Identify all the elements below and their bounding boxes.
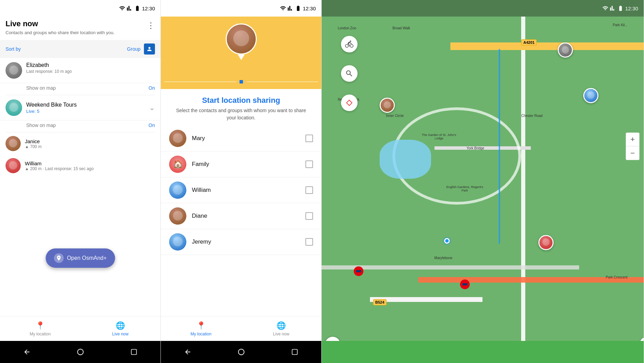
sys-nav-2	[161, 341, 321, 363]
bubble-pointer	[238, 55, 245, 60]
show-on-map-elizabeth[interactable]: Show on map On	[0, 83, 160, 95]
avatar-william2	[169, 182, 186, 199]
map-avatar-3[interactable]	[583, 88, 598, 103]
zoom-controls: + −	[626, 133, 640, 160]
group-label[interactable]: Group	[127, 46, 140, 52]
contact-janice[interactable]: Janice ▲ 700 m	[0, 133, 160, 155]
live-now-icon: 🌐	[116, 321, 125, 330]
back-btn-2[interactable]	[183, 347, 193, 357]
show-map-on-biketours[interactable]: On	[148, 122, 155, 128]
map-avatar-1[interactable]	[558, 42, 573, 58]
bottom-nav-2: 📍 My location 🌐 Live now	[161, 316, 321, 341]
map-label-chester: Chester Road	[521, 114, 543, 118]
nav-live-now[interactable]: 🌐 Live now	[80, 316, 161, 341]
back-btn-1[interactable]	[22, 347, 32, 357]
nav-live-now-2[interactable]: 🌐 Live now	[241, 316, 322, 341]
avatar-mary	[169, 130, 186, 147]
svg-point-2	[238, 349, 244, 355]
user-bubble-wrap	[226, 23, 257, 55]
map-label-park-kil: Park Kil...	[613, 23, 628, 27]
nav-my-location-label: My location	[30, 332, 51, 336]
group-biketours[interactable]: Weekend Bike Tours Live: 5 ⌄	[0, 95, 160, 120]
road-a4201	[450, 42, 644, 50]
nav-my-location[interactable]: 📍 My location	[0, 316, 80, 341]
nav-live-now-label-2: Live now	[273, 332, 289, 336]
phone3: 12:30 A4201 B524 London Zoo Regent's Par…	[322, 0, 644, 363]
progress-dot	[240, 80, 243, 84]
page-title: Live now	[6, 19, 115, 28]
sys-nav-1	[0, 341, 160, 363]
nav-my-location-2[interactable]: 📍 My location	[161, 316, 241, 341]
home-btn-2[interactable]	[236, 347, 246, 357]
recent-btn-2[interactable]	[290, 347, 300, 357]
road-b524	[370, 297, 483, 302]
osmand-label: Open OsmAnd+	[67, 255, 107, 261]
home-btn-1[interactable]	[75, 347, 86, 357]
phone2-header	[161, 17, 321, 89]
contact-meta-william: ▲ 200 m · Last response: 15 sec ago	[25, 166, 94, 171]
contact-diane[interactable]: Diane	[161, 203, 321, 229]
more-menu-icon[interactable]: ⋮	[147, 19, 155, 30]
fab-search[interactable]	[341, 65, 358, 82]
status-bar-2: 12:30	[161, 0, 321, 17]
tube-icon-2	[460, 279, 470, 289]
nav-my-location-label-2: My location	[191, 332, 212, 336]
show-map-label-elizabeth: Show on map	[26, 85, 56, 91]
avatar-diane	[169, 207, 186, 225]
checkbox-mary[interactable]	[305, 135, 313, 142]
contact-elizabeth[interactable]: Elizabeth Last response: 10 m ago	[0, 58, 160, 83]
chevron-biketours[interactable]: ⌄	[149, 104, 155, 112]
show-map-on-elizabeth[interactable]: On	[148, 85, 155, 91]
avatar-elizabeth	[6, 62, 22, 79]
map-avatar-4[interactable]	[538, 235, 554, 250]
back-icon-2	[184, 348, 192, 356]
phone2: 12:30 Start location sharing Select the …	[161, 0, 322, 363]
road-chester-v	[521, 17, 525, 341]
contact-name-william: William	[25, 160, 94, 166]
zoom-in-btn[interactable]: +	[626, 133, 640, 146]
avatar-biketours	[6, 99, 22, 116]
road-badge-a4201: A4201	[521, 39, 536, 46]
sharing-title: Start location sharing	[161, 89, 321, 107]
my-location-icon-2: 📍	[196, 321, 206, 330]
route-line	[499, 49, 500, 244]
contact-family[interactable]: 🏠 Family	[161, 151, 321, 177]
contact-william2[interactable]: William	[161, 177, 321, 203]
show-on-map-biketours[interactable]: Show on map On	[0, 120, 160, 132]
contact-mary[interactable]: Mary	[161, 126, 321, 151]
name-family: Family	[192, 161, 305, 168]
show-map-label-biketours: Show on map	[26, 122, 56, 128]
checkbox-family[interactable]	[305, 160, 313, 168]
sort-by-label[interactable]: Sort by	[6, 46, 21, 52]
map-area[interactable]: A4201 B524 London Zoo Regent's Park The …	[322, 17, 644, 341]
wifi-icon-2	[280, 5, 286, 11]
checkbox-jeremy[interactable]	[305, 238, 313, 246]
search-icon	[345, 69, 353, 78]
battery-icon-3	[617, 5, 624, 11]
map-avatar-2[interactable]	[380, 98, 395, 113]
group-icon-button[interactable]	[144, 43, 155, 55]
map-label-inner-circle: Inner Circle	[386, 114, 404, 118]
fab-diamond[interactable]	[341, 95, 358, 111]
recent-btn-1[interactable]	[129, 347, 139, 357]
map-label-york-bridge: York Bridge	[467, 146, 484, 150]
status-bar-1: 12:30	[0, 0, 160, 17]
name-diane: Diane	[192, 213, 305, 219]
my-location-icon: 📍	[36, 321, 45, 330]
wifi-icon-3	[602, 5, 608, 11]
osmand-button[interactable]: Open OsmAnd+	[46, 248, 115, 268]
status-icons-3: 12:30	[602, 5, 638, 11]
zoom-out-btn[interactable]: −	[626, 146, 640, 160]
contact-info-janice: Janice ▲ 700 m	[25, 138, 42, 149]
contact-william[interactable]: William ▲ 200 m · Last response: 15 sec …	[0, 155, 160, 177]
checkbox-diane[interactable]	[305, 212, 313, 220]
checkbox-william2[interactable]	[305, 186, 313, 194]
page-subtitle: Contacts and groups who share their loca…	[6, 30, 115, 36]
back-icon	[23, 348, 31, 356]
sort-bar[interactable]: Sort by Group	[0, 40, 160, 58]
contact-list: Mary 🏠 Family William Diane	[161, 126, 321, 316]
contact-meta-elizabeth: Last response: 10 m ago	[26, 69, 155, 74]
contact-jeremy[interactable]: Jeremy	[161, 229, 321, 255]
sort-right: Group	[127, 43, 155, 55]
battery-icon-2	[295, 5, 301, 11]
